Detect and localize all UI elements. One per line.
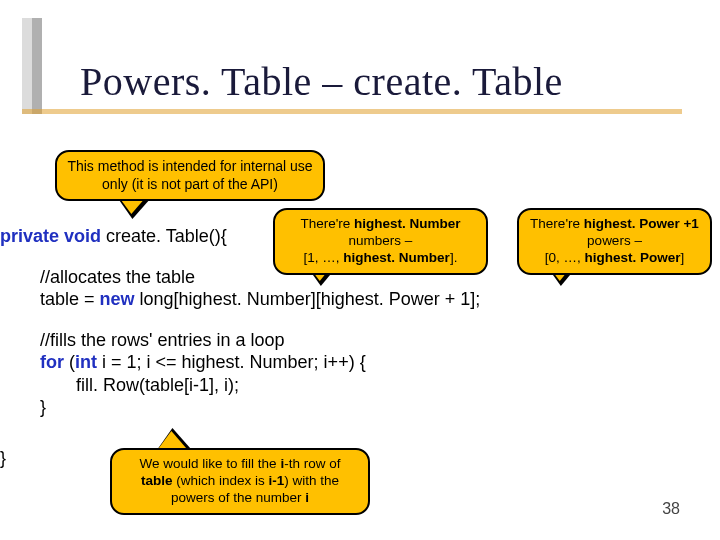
code-line-signature: private void create. Table(){ [0,225,720,248]
code-comment-allocate: //allocates the table [40,266,720,289]
callout-text: -th row of [284,456,340,471]
code-text: table = [40,289,100,309]
code-line-for: for (int i = 1; i <= highest. Number; i+… [40,351,720,374]
callout-text-bold: table [141,473,173,488]
callout-fill-row: We would like to fill the i-th row of ta… [110,448,370,515]
code-line-allocate: table = new long[highest. Number][highes… [40,288,720,311]
callout-text-bold: i-1 [269,473,285,488]
slide-title: Powers. Table – create. Table [80,58,563,105]
callout-text: This method is intended for internal use… [67,158,312,192]
code-text: ( [64,352,75,372]
header-accent-bar-dark [32,18,42,114]
code-comment-fill: //fills the rows' entries in a loop [40,329,720,352]
code-line-brace: } [40,396,720,419]
code-block: private void create. Table(){ //allocate… [0,225,720,469]
code-text: long[highest. Number][highest. Power + 1… [135,289,481,309]
code-text: i = 1; i <= highest. Number; i++) { [97,352,366,372]
callout-text: We would like to fill the [140,456,281,471]
callout-internal-use: This method is intended for internal use… [55,150,325,201]
page-number: 38 [662,500,680,518]
kw-private: private [0,226,59,246]
header-accent-bar-light [22,18,32,114]
kw-void: void [59,226,101,246]
callout-text: (which index is [172,473,268,488]
header-underline [22,109,682,114]
code-line-fillrow: fill. Row(table[i-1], i); [76,374,720,397]
kw-new: new [100,289,135,309]
slide-header: Powers. Table – create. Table [0,18,720,114]
callout-text-bold: i [305,490,309,505]
kw-int: int [75,352,97,372]
kw-for: for [40,352,64,372]
code-text: create. Table(){ [101,226,227,246]
